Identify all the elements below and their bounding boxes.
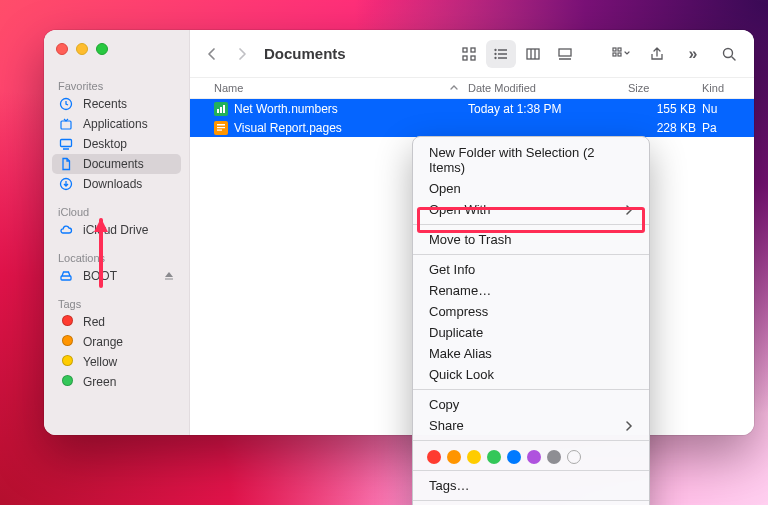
svg-point-26 bbox=[724, 48, 733, 57]
context-menu-item-duplicate[interactable]: Duplicate bbox=[413, 322, 649, 343]
svg-point-14 bbox=[495, 49, 496, 50]
svg-rect-34 bbox=[217, 127, 225, 128]
sort-asc-icon bbox=[450, 84, 458, 92]
context-menu-item-get-info[interactable]: Get Info bbox=[413, 259, 649, 280]
svg-rect-8 bbox=[471, 48, 475, 52]
tag-dot-icon bbox=[59, 375, 75, 389]
tag-color-dot[interactable] bbox=[527, 450, 541, 464]
context-menu-item-share[interactable]: Share bbox=[413, 415, 649, 436]
view-icon-list[interactable] bbox=[486, 40, 516, 68]
sidebar-item-boot[interactable]: BOOT bbox=[52, 266, 181, 286]
download-icon bbox=[59, 177, 75, 191]
file-name: Net Worth.numbers bbox=[234, 102, 338, 116]
svg-rect-9 bbox=[463, 56, 467, 60]
table-row[interactable]: Net Worth.numbersToday at 1:38 PM155 KBN… bbox=[190, 99, 754, 118]
context-menu-item-label: Get Info bbox=[429, 262, 475, 277]
context-menu-item-make-alias[interactable]: Make Alias bbox=[413, 343, 649, 364]
share-button[interactable] bbox=[642, 40, 672, 68]
tag-color-dot[interactable] bbox=[447, 450, 461, 464]
sidebar-item-icloud-drive[interactable]: iCloud Drive bbox=[52, 220, 181, 240]
view-icon-gallery[interactable] bbox=[550, 40, 580, 68]
svg-point-16 bbox=[495, 57, 496, 58]
context-menu-item-move-to-trash[interactable]: Move to Trash bbox=[413, 229, 649, 250]
view-icon-columns[interactable] bbox=[518, 40, 548, 68]
tag-color-dot[interactable] bbox=[427, 450, 441, 464]
context-menu-tag-colors bbox=[413, 445, 649, 466]
sidebar-item-recents[interactable]: Recents bbox=[52, 94, 181, 114]
zoom-window-button[interactable] bbox=[96, 43, 108, 55]
sidebar-item-documents[interactable]: Documents bbox=[52, 154, 181, 174]
view-mode-switcher bbox=[454, 40, 580, 68]
eject-icon[interactable] bbox=[164, 271, 174, 281]
context-menu: New Folder with Selection (2 Items)OpenO… bbox=[412, 136, 650, 505]
overflow-button[interactable]: » bbox=[678, 40, 708, 68]
context-menu-item-new-folder-with-selection-2-items[interactable]: New Folder with Selection (2 Items) bbox=[413, 142, 649, 178]
svg-rect-35 bbox=[217, 129, 222, 130]
file-name: Visual Report.pages bbox=[234, 121, 342, 135]
app-icon bbox=[59, 117, 75, 131]
svg-rect-30 bbox=[220, 107, 222, 113]
sidebar-item-yellow[interactable]: Yellow bbox=[52, 352, 181, 372]
toolbar: Documents » bbox=[190, 30, 754, 78]
context-menu-item-rename[interactable]: Rename… bbox=[413, 280, 649, 301]
context-menu-item-tags[interactable]: Tags… bbox=[413, 475, 649, 496]
column-header-size[interactable]: Size bbox=[628, 82, 702, 94]
tag-color-none[interactable] bbox=[567, 450, 581, 464]
desktop-icon bbox=[59, 137, 75, 151]
sidebar-item-downloads[interactable]: Downloads bbox=[52, 174, 181, 194]
context-menu-item-open[interactable]: Open bbox=[413, 178, 649, 199]
sidebar-item-desktop[interactable]: Desktop bbox=[52, 134, 181, 154]
sidebar-item-applications[interactable]: Applications bbox=[52, 114, 181, 134]
sidebar-item-label: Yellow bbox=[83, 355, 117, 369]
close-window-button[interactable] bbox=[56, 43, 68, 55]
sidebar-section-label: iCloud bbox=[52, 202, 181, 220]
column-header-date[interactable]: Date Modified bbox=[468, 82, 628, 94]
context-menu-item-label: Tags… bbox=[429, 478, 469, 493]
chevron-right-icon bbox=[626, 421, 633, 431]
column-header-name[interactable]: Name bbox=[214, 82, 468, 94]
file-kind: Nu bbox=[702, 102, 742, 116]
file-kind: Pa bbox=[702, 121, 742, 135]
tag-color-dot[interactable] bbox=[487, 450, 501, 464]
file-date: Today at 1:38 PM bbox=[468, 102, 628, 116]
search-button[interactable] bbox=[714, 40, 744, 68]
view-icon-grid[interactable] bbox=[454, 40, 484, 68]
svg-rect-29 bbox=[217, 109, 219, 113]
clock-icon bbox=[59, 97, 75, 111]
arrange-button[interactable] bbox=[606, 40, 636, 68]
tag-dot-icon bbox=[59, 355, 75, 369]
sidebar-item-label: BOOT bbox=[83, 269, 117, 283]
minimize-window-button[interactable] bbox=[76, 43, 88, 55]
nav-back-button[interactable] bbox=[200, 40, 224, 68]
context-menu-item-quick-look[interactable]: Quick Look bbox=[413, 364, 649, 385]
svg-rect-33 bbox=[217, 124, 225, 126]
tag-color-dot[interactable] bbox=[467, 450, 481, 464]
sidebar-item-red[interactable]: Red bbox=[52, 312, 181, 332]
tag-color-dot[interactable] bbox=[507, 450, 521, 464]
context-menu-item-copy[interactable]: Copy bbox=[413, 394, 649, 415]
svg-rect-22 bbox=[613, 48, 616, 51]
sidebar-item-label: Downloads bbox=[83, 177, 142, 191]
context-menu-item-label: Open bbox=[429, 181, 461, 196]
svg-rect-7 bbox=[463, 48, 467, 52]
column-header-kind[interactable]: Kind bbox=[702, 82, 742, 94]
svg-rect-10 bbox=[471, 56, 475, 60]
svg-rect-24 bbox=[613, 53, 616, 56]
nav-forward-button[interactable] bbox=[230, 40, 254, 68]
table-row[interactable]: Visual Report.pages228 KBPa bbox=[190, 118, 754, 137]
chevron-right-icon bbox=[626, 205, 633, 215]
context-menu-item-open-with[interactable]: Open With bbox=[413, 199, 649, 220]
sidebar-item-green[interactable]: Green bbox=[52, 372, 181, 392]
tag-dot-icon bbox=[59, 335, 75, 349]
context-menu-item-compress[interactable]: Compress bbox=[413, 301, 649, 322]
sidebar-item-label: Desktop bbox=[83, 137, 127, 151]
sidebar-item-orange[interactable]: Orange bbox=[52, 332, 181, 352]
svg-rect-25 bbox=[618, 53, 621, 56]
tag-color-dot[interactable] bbox=[547, 450, 561, 464]
file-size: 228 KB bbox=[628, 121, 702, 135]
svg-rect-5 bbox=[61, 276, 71, 280]
context-menu-item-label: Make Alias bbox=[429, 346, 492, 361]
context-menu-item-label: Open With bbox=[429, 202, 490, 217]
context-menu-item-label: Move to Trash bbox=[429, 232, 511, 247]
sidebar-item-label: Documents bbox=[83, 157, 144, 171]
